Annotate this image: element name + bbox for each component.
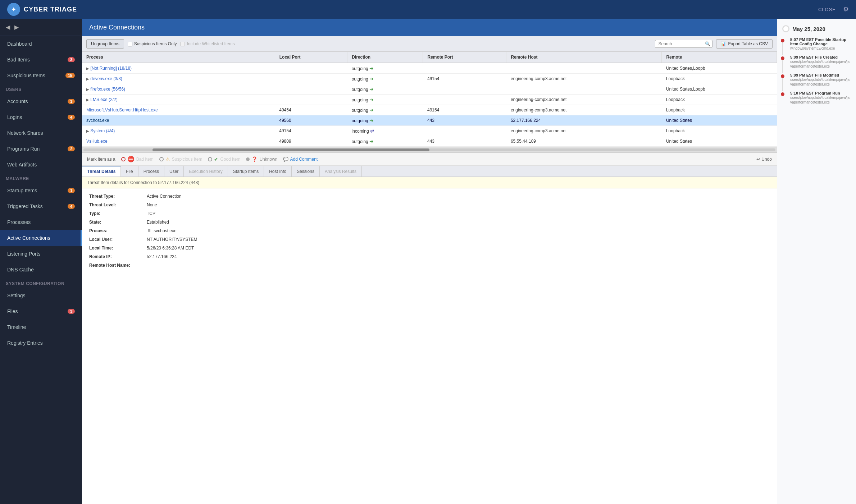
tab-user[interactable]: User xyxy=(164,166,184,177)
table-row[interactable]: Microsoft.VsHub.Server.HttpHost.exe 4945… xyxy=(82,105,777,115)
table-row[interactable]: ▶ firefox.exe (56/56) outgoing ➜ United … xyxy=(82,84,777,95)
tab-file[interactable]: File xyxy=(121,166,138,177)
suspicious-item-label: Suspicious Item xyxy=(172,157,202,162)
tab-threat-details[interactable]: Threat Details xyxy=(82,166,121,177)
bad-item-radio[interactable] xyxy=(121,157,126,161)
unknown-label: Unknown xyxy=(259,157,277,162)
undo-button[interactable]: ↩ Undo xyxy=(756,157,772,162)
sidebar-item-bad-items[interactable]: Bad Items 3 xyxy=(0,52,82,68)
cell-remote-port: 49154 xyxy=(423,105,506,115)
table-row[interactable]: ▶ LMS.exe (2/2) outgoing ➜ engineering-c… xyxy=(82,95,777,105)
sidebar-item-active-connections[interactable]: Active Connections xyxy=(0,230,82,246)
col-remote-port[interactable]: Remote Port xyxy=(423,52,506,63)
detail-tabs: Threat Details File Process User Executi… xyxy=(82,166,777,177)
close-button[interactable]: CLOSE xyxy=(818,7,836,12)
mark-bad-item[interactable]: ⛔ Bad Item xyxy=(121,156,154,162)
suspicious-item-icon: ⚠ xyxy=(165,156,170,162)
tab-process[interactable]: Process xyxy=(138,166,164,177)
timeline-event-path: users/jdoe/appdata/local/temp/java/javap… xyxy=(790,95,851,105)
timeline-event-dot xyxy=(781,92,784,96)
cell-process: ▶ firefox.exe (56/56) xyxy=(82,84,275,95)
app-title: CYBER TRIAGE xyxy=(24,6,77,13)
sidebar-item-startup-items[interactable]: Startup Items 1 xyxy=(0,183,82,198)
table-row[interactable]: VsHub.exe 49809 outgoing ➜ 443 65.55.44.… xyxy=(82,136,777,147)
col-remote-host[interactable]: Remote Host xyxy=(506,52,662,63)
sidebar-item-dashboard[interactable]: Dashboard xyxy=(0,36,82,52)
sidebar-item-listening-ports[interactable]: Listening Ports xyxy=(0,246,82,262)
expand-arrow[interactable]: ▶ xyxy=(86,129,89,133)
cell-remote: United States,Loopb xyxy=(662,63,777,74)
suspicious-only-checkbox-label[interactable]: Suspicious Items Only xyxy=(128,41,177,46)
nav-back-button[interactable]: ◀ xyxy=(6,24,10,31)
whitelist-checkbox[interactable] xyxy=(180,42,185,46)
threat-type-value: Active Connection xyxy=(147,194,182,199)
detail-header-note: Threat Item details for Connection to 52… xyxy=(82,177,777,188)
search-input[interactable] xyxy=(658,41,705,46)
detail-row-process: Process: 🖥 svchost.exe xyxy=(89,226,770,235)
sidebar-item-settings[interactable]: Settings xyxy=(0,288,82,303)
cell-remote-host: engineering-comp3.acme.net xyxy=(506,95,662,105)
sidebar-item-dns-cache[interactable]: DNS Cache xyxy=(0,262,82,278)
add-comment-button[interactable]: 💬 Add Comment xyxy=(283,157,318,162)
sidebar-item-processes[interactable]: Processes xyxy=(0,214,82,230)
timeline-event: 5:10 PM EST Program Run users/jdoe/appda… xyxy=(777,89,856,107)
sidebar-item-triggered-tasks[interactable]: Triggered Tasks 4 xyxy=(0,198,82,214)
table-row[interactable]: svchost.exe 49560 outgoing ➜ 443 52.177.… xyxy=(82,115,777,126)
good-item-radio[interactable] xyxy=(208,157,212,161)
sidebar-item-accounts[interactable]: Accounts 1 xyxy=(0,93,82,109)
col-local-port[interactable]: Local Port xyxy=(275,52,347,63)
bad-item-icon: ⛔ xyxy=(127,156,135,162)
tab-startup-items[interactable]: Startup Items xyxy=(228,166,264,177)
unknown-icon: ❓ xyxy=(251,156,258,162)
tab-sessions[interactable]: Sessions xyxy=(292,166,320,177)
sidebar-item-logins[interactable]: Logins 4 xyxy=(0,109,82,125)
mark-good-item[interactable]: ✔ Good Item xyxy=(208,156,240,162)
detail-row-threat-level: Threat Level: None xyxy=(89,201,770,209)
ungroup-items-button[interactable]: Ungroup Items xyxy=(86,39,124,49)
search-box[interactable]: 🔍 xyxy=(655,40,712,48)
cell-remote-host: 52.177.166.224 xyxy=(506,115,662,126)
expand-arrow[interactable]: ▶ xyxy=(86,87,89,91)
mark-unknown[interactable]: ❓ Unknown xyxy=(246,156,277,162)
good-item-icon: ✔ xyxy=(214,156,218,162)
minimize-detail-panel[interactable]: — xyxy=(765,166,777,177)
content-header: Active Connections xyxy=(82,19,777,36)
cell-direction: outgoing ➜ xyxy=(347,95,423,105)
timeline-events: 5:07 PM EST Possible Startup Item Config… xyxy=(777,35,856,107)
timeline-event-time: 5:10 PM EST Program Run xyxy=(790,91,851,95)
header-right: CLOSE ⚙ xyxy=(818,5,849,13)
sidebar-item-files[interactable]: Files 3 xyxy=(0,303,82,319)
export-csv-button[interactable]: 📊 Export Table as CSV xyxy=(716,39,773,49)
sidebar-item-web-artifacts[interactable]: Web Artifacts xyxy=(0,157,82,173)
expand-arrow[interactable]: ▶ xyxy=(86,77,89,81)
sidebar-item-programs-run[interactable]: Programs Run 2 xyxy=(0,141,82,157)
sidebar-item-registry-entries[interactable]: Registry Entries xyxy=(0,335,82,351)
mark-suspicious-item[interactable]: ⚠ Suspicious Item xyxy=(159,156,202,162)
expand-arrow[interactable]: ▶ xyxy=(86,67,89,70)
cell-remote-host: 65.55.44.109 xyxy=(506,136,662,147)
sidebar-item-network-shares[interactable]: Network Shares xyxy=(0,125,82,141)
suspicious-item-radio[interactable] xyxy=(159,157,164,161)
col-direction[interactable]: Direction xyxy=(347,52,423,63)
table-row[interactable]: ▶ [Not Running] (18/18) outgoing ➜ Unite… xyxy=(82,63,777,74)
sidebar-item-timeline[interactable]: Timeline xyxy=(0,319,82,335)
cell-direction: outgoing ➜ xyxy=(347,105,423,115)
cell-local-port xyxy=(275,74,347,84)
scrollbar-thumb[interactable] xyxy=(152,148,429,151)
cell-remote-port xyxy=(423,95,506,105)
whitelist-checkbox-label[interactable]: Include Whitelisted Items xyxy=(180,41,235,46)
col-process[interactable]: Process xyxy=(82,52,275,63)
sidebar-item-suspicious-items[interactable]: Suspicious Items 15 xyxy=(0,68,82,83)
expand-arrow[interactable]: ▶ xyxy=(86,98,89,102)
table-row[interactable]: ▶ System (4/4) 49154 incoming ⇄ engineer… xyxy=(82,126,777,136)
cell-process: Microsoft.VsHub.Server.HttpHost.exe xyxy=(82,105,275,115)
toolbar: Ungroup Items Suspicious Items Only Incl… xyxy=(82,36,777,52)
nav-forward-button[interactable]: ▶ xyxy=(14,24,19,31)
bad-item-label: Bad Item xyxy=(136,157,154,162)
settings-icon[interactable]: ⚙ xyxy=(843,5,849,13)
table-scrollbar[interactable] xyxy=(82,147,777,152)
col-remote[interactable]: Remote xyxy=(662,52,777,63)
tab-host-info[interactable]: Host Info xyxy=(264,166,292,177)
suspicious-only-checkbox[interactable] xyxy=(128,42,132,46)
table-row[interactable]: ▶ devenv.exe (3/3) outgoing ➜ 49154 engi… xyxy=(82,74,777,84)
